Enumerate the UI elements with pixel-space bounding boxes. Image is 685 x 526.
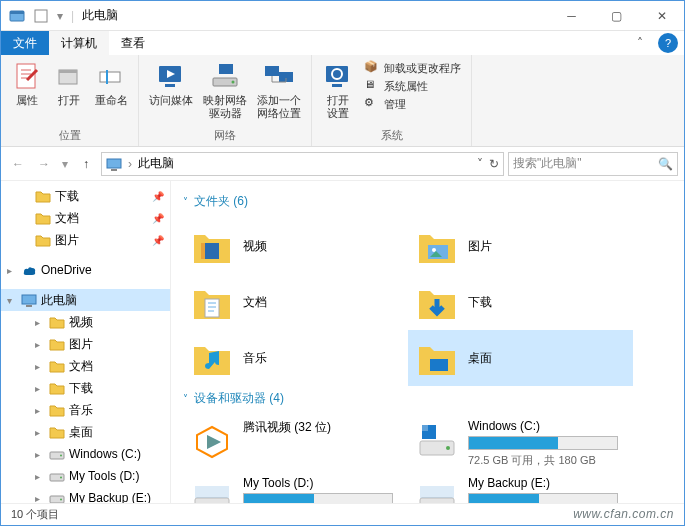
app-icon[interactable] [7,6,27,26]
tree-item-label: Windows (C:) [69,447,141,461]
close-button[interactable]: ✕ [639,1,684,30]
folder-icon [49,446,65,462]
drive-item[interactable]: Windows (C:)72.5 GB 可用，共 180 GB [408,415,633,472]
ribbon-collapse-icon[interactable]: ˄ [628,31,652,55]
tree-item[interactable]: ▸OneDrive [1,259,170,281]
section-header[interactable]: ˅设备和驱动器 (4) [183,390,672,407]
folder-item[interactable]: 音乐 [183,330,408,386]
tree-item[interactable]: ▸音乐 [1,399,170,421]
tree-item[interactable]: 下载📌 [1,185,170,207]
drive-item[interactable]: 腾讯视频 (32 位) [183,415,408,472]
system-properties-button[interactable]: 🖥系统属性 [364,78,461,94]
chevron-icon: ▸ [35,427,45,438]
properties-button[interactable]: 属性 [7,58,47,109]
svg-point-12 [232,81,235,84]
section-header[interactable]: ˅文件夹 (6) [183,193,672,210]
open-settings-button[interactable]: 打开 设置 [318,58,358,122]
rename-button[interactable]: 重命名 [91,58,132,109]
svg-point-24 [60,455,62,457]
address-bar[interactable]: › 此电脑 ˅↻ [101,152,504,176]
nav-recent-dropdown[interactable]: ▾ [59,153,71,175]
folder-icon [49,314,65,330]
folder-icon [35,232,51,248]
watermark: www.cfan.com.cn [573,507,674,521]
svg-rect-20 [111,169,117,171]
tree-item[interactable]: ▸图片 [1,333,170,355]
tree-item[interactable]: ▸Windows (C:) [1,443,170,465]
tree-item-label: OneDrive [41,263,92,277]
tree-item[interactable]: ▸My Tools (D:) [1,465,170,487]
tree-item[interactable]: ▸桌面 [1,421,170,443]
folder-item[interactable]: 桌面 [408,330,633,386]
help-icon[interactable]: ? [658,33,678,53]
drive-item[interactable]: My Tools (D:)156 GB 可用，共 296 GB [183,472,408,503]
minimize-button[interactable]: ─ [549,1,594,30]
svg-rect-32 [201,243,205,259]
ribbon-group-network: 访问媒体 映射网络 驱动器 添加一个 网络位置 网络 [139,55,312,146]
manage-icon: ⚙ [364,96,380,112]
tree-item[interactable]: 图片📌 [1,229,170,251]
svg-rect-36 [430,359,448,371]
folder-item[interactable]: 图片 [408,218,633,274]
maximize-button[interactable]: ▢ [594,1,639,30]
navigation-pane[interactable]: 下载📌文档📌图片📌▸OneDrive▾此电脑▸视频▸图片▸文档▸下载▸音乐▸桌面… [1,181,171,503]
tree-item[interactable]: ▾此电脑 [1,289,170,311]
folder-name: 音乐 [243,350,267,367]
onedrive-icon [21,262,37,278]
drive-icon [191,419,233,461]
tree-item-label: 图片 [55,232,79,249]
uninstall-programs-button[interactable]: 📦卸载或更改程序 [364,60,461,76]
svg-rect-2 [35,10,47,22]
folder-item[interactable]: 下载 [408,274,633,330]
svg-point-41 [446,446,450,450]
folder-name: 图片 [468,238,492,255]
tree-item[interactable]: 文档📌 [1,207,170,229]
qat-dropdown-icon[interactable]: ▾ [55,6,65,26]
open-button[interactable]: 打开 [49,58,89,109]
folder-name: 文档 [243,294,267,311]
pc-icon [106,156,122,172]
svg-rect-35 [205,299,219,317]
chevron-down-icon: ˅ [183,393,188,404]
svg-rect-21 [22,295,36,304]
svg-rect-9 [165,84,175,87]
add-network-location-button[interactable]: 添加一个 网络位置 [253,58,305,122]
tree-item[interactable]: ▸文档 [1,355,170,377]
drive-usage-bar [468,493,618,503]
tab-view[interactable]: 查看 [109,31,157,55]
tree-item[interactable]: ▸视频 [1,311,170,333]
tab-computer[interactable]: 计算机 [49,31,109,55]
folder-icon [35,188,51,204]
quick-access-toolbar: ▾ [1,6,71,26]
manage-button[interactable]: ⚙管理 [364,96,461,112]
nav-forward-button[interactable]: → [33,153,55,175]
drive-icon [416,419,458,461]
folder-item[interactable]: 视频 [183,218,408,274]
drive-item[interactable]: My Backup (E:)253 GB 可用，共 476 GB [408,472,633,503]
nav-up-button[interactable]: ↑ [75,153,97,175]
folder-item[interactable]: 文档 [183,274,408,330]
content-pane[interactable]: ˅文件夹 (6)视频图片文档下载音乐桌面˅设备和驱动器 (4)腾讯视频 (32 … [171,181,684,503]
chevron-icon: ▸ [35,317,45,328]
search-input[interactable]: 搜索"此电脑" 🔍 [508,152,678,176]
map-drive-button[interactable]: 映射网络 驱动器 [199,58,251,122]
qat-item[interactable] [31,6,51,26]
nav-back-button[interactable]: ← [7,153,29,175]
tree-item-label: My Backup (E:) [69,491,151,503]
tree-item-label: 下载 [69,380,93,397]
tree-item[interactable]: ▸下载 [1,377,170,399]
tab-file[interactable]: 文件 [1,31,49,55]
chevron-down-icon: ˅ [183,196,188,207]
access-media-button[interactable]: 访问媒体 [145,58,197,109]
folder-icon [49,402,65,418]
chevron-icon: ▾ [7,295,17,306]
address-dropdown-icon[interactable]: ˅ [477,157,483,171]
refresh-icon[interactable]: ↻ [489,157,499,171]
chevron-icon: ▸ [35,449,45,460]
search-icon: 🔍 [658,157,673,171]
tree-item-label: 文档 [69,358,93,375]
svg-rect-14 [265,66,279,76]
folder-icon [49,336,65,352]
svg-rect-13 [219,64,233,74]
tree-item[interactable]: ▸My Backup (E:) [1,487,170,503]
